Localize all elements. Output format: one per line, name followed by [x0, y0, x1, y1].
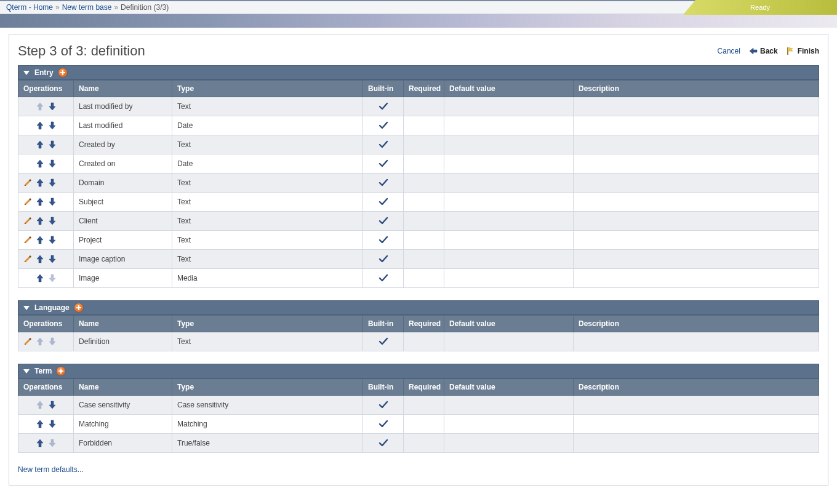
edit-icon[interactable]: [23, 178, 32, 187]
flag-icon: [787, 47, 795, 55]
check-icon: [368, 102, 398, 111]
edit-icon[interactable]: [23, 198, 32, 206]
section-header-language[interactable]: Language: [18, 300, 819, 315]
col-operations: Operations: [18, 379, 74, 396]
move-up-icon[interactable]: [36, 255, 44, 263]
check-icon: [368, 121, 398, 130]
move-up-icon[interactable]: [36, 439, 44, 447]
section-title: Entry: [34, 68, 54, 77]
move-down-icon: [48, 439, 57, 447]
section-header-term[interactable]: Term: [18, 364, 819, 378]
cell-name: Client: [74, 212, 172, 231]
move-up-icon[interactable]: [36, 274, 44, 282]
edit-icon[interactable]: [23, 236, 32, 244]
cell-type: Date: [172, 116, 363, 135]
cell-name: Image: [74, 269, 172, 288]
col-type: Type: [172, 316, 363, 332]
cell-name: Matching: [74, 415, 172, 434]
grid-term: OperationsNameTypeBuilt-inRequiredDefaul…: [18, 378, 819, 453]
col-description: Description: [574, 379, 819, 396]
cell-name: Image caption: [74, 250, 172, 269]
cell-default: [444, 269, 574, 288]
cell-type: Date: [172, 154, 363, 174]
move-up-icon[interactable]: [36, 121, 44, 130]
cell-name: Domain: [74, 174, 172, 193]
grid-language: OperationsNameTypeBuilt-inRequiredDefaul…: [18, 315, 819, 351]
move-down-icon[interactable]: [48, 159, 57, 168]
cell-description: [574, 250, 819, 269]
finish-label: Finish: [798, 47, 819, 55]
cell-required: [404, 97, 444, 116]
move-up-icon[interactable]: [36, 159, 44, 168]
add-icon[interactable]: [57, 367, 65, 375]
table-row: ImageMedia: [18, 269, 819, 288]
cell-default: [444, 231, 574, 250]
cell-required: [404, 250, 444, 269]
section-term: TermOperationsNameTypeBuilt-inRequiredDe…: [18, 364, 819, 453]
move-down-icon[interactable]: [48, 198, 57, 206]
edit-icon[interactable]: [23, 337, 32, 346]
collapse-icon: [23, 369, 30, 374]
col-operations: Operations: [18, 81, 74, 97]
move-down-icon[interactable]: [48, 236, 57, 244]
move-up-icon[interactable]: [36, 178, 44, 187]
move-down-icon[interactable]: [48, 121, 57, 130]
cell-builtin: [363, 269, 404, 288]
table-row: DefinitionText: [18, 332, 819, 351]
page-title: Step 3 of 3: definition: [18, 43, 145, 59]
breadcrumb-new-term-base[interactable]: New term base: [62, 3, 112, 12]
cell-name: Last modified by: [74, 97, 172, 116]
cell-default: [444, 396, 574, 415]
move-down-icon[interactable]: [48, 401, 57, 409]
new-term-defaults-link[interactable]: New term defaults...: [18, 465, 819, 474]
move-down-icon: [48, 337, 57, 346]
back-label: Back: [760, 47, 778, 55]
table-row: Image captionText: [18, 250, 819, 269]
table-row: ClientText: [18, 212, 819, 231]
cell-description: [574, 396, 819, 415]
col-type: Type: [172, 81, 363, 97]
check-icon: [368, 337, 398, 346]
cell-default: [444, 97, 574, 116]
move-down-icon[interactable]: [48, 140, 57, 149]
edit-icon[interactable]: [23, 217, 32, 225]
cancel-link[interactable]: Cancel: [718, 47, 740, 55]
cell-type: Text: [172, 174, 363, 193]
cell-builtin: [363, 231, 404, 250]
table-row: MatchingMatching: [18, 415, 819, 434]
cell-builtin: [363, 97, 404, 116]
move-down-icon[interactable]: [48, 217, 57, 225]
breadcrumb-home[interactable]: Qterm - Home: [6, 3, 53, 12]
move-up-icon[interactable]: [36, 236, 44, 244]
cell-default: [444, 174, 574, 193]
move-up-icon[interactable]: [36, 140, 44, 149]
edit-icon[interactable]: [23, 255, 32, 263]
move-down-icon[interactable]: [48, 255, 57, 263]
cell-default: [444, 415, 574, 434]
add-icon[interactable]: [74, 303, 83, 312]
cell-builtin: [363, 116, 404, 135]
cell-builtin: [363, 332, 404, 351]
cell-builtin: [363, 193, 404, 212]
back-button[interactable]: Back: [749, 47, 778, 55]
breadcrumb-sep: »: [55, 3, 60, 12]
cell-required: [404, 174, 444, 193]
section-title: Term: [34, 367, 52, 375]
check-icon: [368, 159, 398, 169]
finish-button[interactable]: Finish: [787, 47, 819, 55]
move-down-icon[interactable]: [48, 102, 57, 111]
section-header-entry[interactable]: Entry: [18, 65, 819, 80]
cell-type: Text: [172, 231, 363, 250]
cell-name: Subject: [74, 193, 172, 212]
cell-default: [444, 332, 574, 351]
move-down-icon[interactable]: [48, 420, 57, 428]
cell-default: [444, 250, 574, 269]
cell-type: Text: [172, 250, 363, 269]
move-up-icon[interactable]: [36, 217, 44, 225]
breadcrumb: Qterm - Home » New term base » Definitio…: [0, 0, 837, 14]
move-down-icon[interactable]: [48, 178, 57, 187]
move-up-icon[interactable]: [36, 420, 44, 428]
add-icon[interactable]: [58, 68, 67, 77]
cell-type: Text: [172, 332, 363, 351]
move-up-icon[interactable]: [36, 198, 44, 206]
